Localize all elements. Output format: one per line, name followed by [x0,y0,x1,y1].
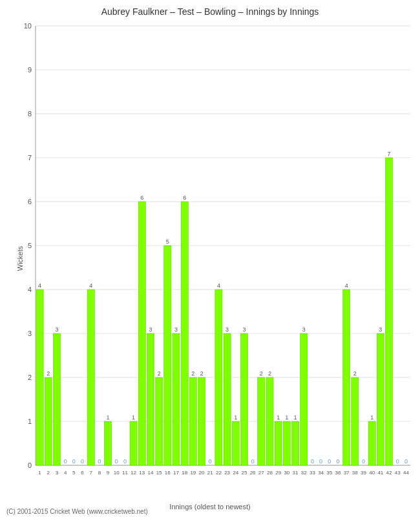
svg-rect-50 [130,421,137,465]
svg-rect-62 [164,246,171,465]
svg-text:10: 10 [114,470,120,476]
svg-text:3: 3 [55,326,58,333]
svg-text:31: 31 [293,470,299,476]
svg-rect-122 [352,377,359,465]
svg-text:6: 6 [81,470,84,476]
chart-container: Aubrey Faulkner – Test – Bowling – Innin… [0,0,420,517]
svg-text:0: 0 [98,458,101,465]
svg-text:43: 43 [395,470,401,476]
svg-rect-82 [224,333,231,465]
svg-text:1: 1 [107,414,110,421]
svg-rect-119 [343,290,350,465]
svg-text:6: 6 [183,195,186,201]
svg-text:0: 0 [115,458,118,465]
svg-text:18: 18 [182,470,187,476]
svg-rect-71 [189,377,196,465]
svg-text:6: 6 [140,195,143,201]
svg-text:0: 0 [64,458,67,465]
svg-text:16: 16 [165,470,171,476]
svg-text:10: 10 [24,22,32,30]
svg-text:3: 3 [302,326,306,333]
svg-text:17: 17 [173,470,179,476]
svg-text:24: 24 [233,470,238,476]
svg-text:26: 26 [250,470,256,476]
svg-text:22: 22 [216,470,222,476]
svg-text:5: 5 [166,238,169,245]
svg-text:1: 1 [234,414,237,421]
svg-text:2: 2 [191,370,194,377]
svg-text:42: 42 [386,470,392,476]
svg-text:0: 0 [123,458,127,465]
svg-text:4: 4 [28,286,32,293]
svg-text:0: 0 [81,458,84,465]
svg-text:0: 0 [72,458,76,465]
svg-text:35: 35 [326,470,332,476]
svg-text:12: 12 [131,470,136,476]
svg-text:2: 2 [200,370,204,377]
svg-rect-65 [173,333,180,465]
svg-text:0: 0 [311,458,314,465]
svg-text:0: 0 [209,458,212,465]
svg-text:0: 0 [328,458,331,465]
svg-text:4: 4 [38,282,41,289]
svg-text:1: 1 [294,414,297,421]
svg-text:9: 9 [28,66,32,74]
svg-text:1: 1 [277,414,280,421]
chart-svg: 0123456789104122330405064708190100111126… [0,0,420,517]
svg-rect-99 [275,421,282,465]
svg-text:3: 3 [28,330,32,337]
svg-text:5: 5 [72,470,76,476]
svg-rect-43 [104,421,111,465]
svg-text:2: 2 [260,370,263,377]
svg-text:4: 4 [345,282,348,289]
svg-text:21: 21 [207,470,213,476]
svg-rect-102 [283,421,290,465]
svg-rect-68 [181,202,188,465]
svg-text:5: 5 [28,242,32,249]
svg-rect-127 [368,421,375,465]
svg-text:29: 29 [275,470,281,476]
svg-text:1: 1 [38,470,41,476]
svg-rect-130 [377,333,384,465]
svg-text:4: 4 [89,282,92,289]
svg-text:28: 28 [267,470,273,476]
svg-text:40: 40 [369,470,375,476]
svg-text:0: 0 [362,458,365,465]
svg-text:34: 34 [318,470,324,476]
svg-text:0: 0 [251,458,255,465]
svg-text:33: 33 [310,470,315,476]
svg-rect-38 [87,290,94,465]
svg-text:1: 1 [132,414,135,421]
svg-text:7: 7 [388,151,391,157]
svg-rect-133 [385,158,392,465]
svg-text:25: 25 [242,470,247,476]
svg-text:7: 7 [28,154,32,162]
svg-text:3: 3 [56,470,59,476]
svg-text:8: 8 [98,470,101,476]
svg-text:2: 2 [353,370,357,377]
svg-text:3: 3 [226,326,229,333]
svg-rect-108 [300,333,308,465]
svg-rect-29 [53,333,60,465]
svg-text:39: 39 [361,470,366,476]
svg-text:13: 13 [139,470,145,476]
svg-text:36: 36 [335,470,341,476]
svg-text:3: 3 [174,326,178,333]
svg-rect-93 [258,377,265,465]
svg-text:2: 2 [47,370,50,377]
svg-text:41: 41 [377,470,383,476]
svg-text:15: 15 [156,470,162,476]
svg-text:32: 32 [301,470,307,476]
svg-text:3: 3 [242,326,246,333]
svg-rect-105 [291,421,299,465]
svg-text:19: 19 [190,470,196,476]
svg-text:38: 38 [352,470,358,476]
svg-text:9: 9 [107,470,110,476]
svg-rect-88 [240,333,247,465]
svg-rect-85 [232,421,239,465]
svg-text:27: 27 [258,470,264,476]
svg-text:2: 2 [158,370,161,377]
svg-text:0: 0 [28,461,32,469]
svg-text:4: 4 [217,282,220,289]
svg-rect-56 [147,333,154,465]
